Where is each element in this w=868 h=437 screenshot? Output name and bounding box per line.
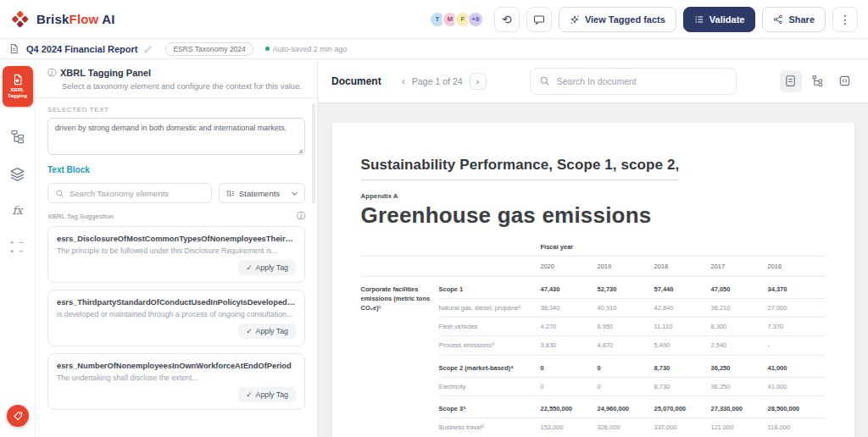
table-cell: Fleet vehicles [439,318,541,336]
table-cell: 121,000 [711,418,768,437]
table-cell: Scope 2 (market-based)⁴ [439,355,541,377]
page-indicator: Page 1 of 24 [412,76,463,86]
layers-icon[interactable] [9,166,25,182]
table-cell: 27,330,000 [711,396,768,418]
table-cell: Scope 1 [439,276,541,298]
tag-fab-button[interactable] [7,405,29,427]
table-cell: 25,070,000 [654,396,711,418]
table-cell: Electricity [439,377,541,396]
taxonomy-search-input[interactable] [70,189,204,198]
document-file-icon [8,43,19,54]
share-label: Share [788,14,815,25]
share-icon [773,14,783,25]
sort-filter-icon [225,189,235,198]
avatar-stack: TMF+8 [429,11,484,28]
suggestion-description: The principle to be followed under this … [57,246,296,255]
check-icon: ✓ [246,327,252,335]
apply-tag-button[interactable]: ✓ Apply Tag [238,260,296,275]
table-cell: Corporate facilities emissions (metric t… [361,276,439,437]
table-cell: Fiscal year [541,242,825,257]
suggestion-card[interactable]: esrs_DisclosureOfMostCommonTypesOfNonemp… [47,226,305,283]
apply-tag-button[interactable]: ✓ Apply Tag [238,387,296,402]
suggestion-section-label: XBRL Tag Suggestion [47,213,114,220]
search-icon [539,75,550,86]
document-search-input[interactable] [557,76,727,86]
kebab-icon: ⋮ [839,13,851,26]
taxonomy-search-box[interactable] [47,183,212,203]
table-cell [439,242,541,257]
apply-tag-button[interactable]: ✓ Apply Tag [238,324,296,339]
table-cell: 2019 [598,257,654,276]
table-cell: 0 [541,377,598,396]
table-cell: Scope 3⁵ [439,396,541,418]
suggestion-tag-name: esrs_NumberOfNonemployeesInOwnWorkforceA… [57,362,296,370]
view-tagged-facts-label: View Tagged facts [585,14,665,25]
rail-item-xbrl-tagging[interactable]: XBRLTagging [3,66,33,107]
validate-button[interactable]: Validate [683,7,756,32]
page-prev-button[interactable]: ‹ [402,75,405,86]
suggestion-card[interactable]: esrs_ThirdpartyStandardOfConductUsedInPo… [47,290,305,346]
comments-button[interactable] [526,7,552,32]
emissions-table: Fiscal year20202019201820172016Corporate… [361,242,825,437]
pager: ‹ Page 1 of 24 › [402,73,487,90]
structure-view-button[interactable] [807,70,829,92]
table-cell: 2017 [711,257,768,276]
table-cell: 47,430 [541,276,598,298]
formula-fx-icon[interactable]: fx [12,204,22,217]
table-cell: 38,340 [541,298,598,317]
sparkle-icon [570,14,580,25]
table-cell: 11,110 [654,318,711,336]
table-cell: 0 [598,355,654,377]
suggestion-description: The undertaking shall disclose the exten… [57,373,296,382]
viewer-label: Document [331,75,381,87]
chevron-down-icon [291,190,298,197]
table-cell [439,257,541,276]
table-cell: 47,050 [711,276,768,298]
table-cell: Natural gas, diesel, propane² [439,298,541,317]
table-cell: 57,440 [654,276,711,298]
share-button[interactable]: Share [762,7,826,32]
table-cell: 28,500,000 [768,396,825,418]
suggestion-info-icon[interactable]: ⓘ [297,212,305,220]
table-cell: 0 [598,377,654,396]
history-button[interactable]: ⟲ [494,7,520,32]
view-tagged-facts-button[interactable]: View Tagged facts [559,7,676,32]
taxonomy-tree-icon[interactable] [10,129,25,144]
apply-tag-label: Apply Tag [256,263,288,272]
table-cell: 41,000 [768,377,825,396]
table-cell: 34,370 [768,276,825,298]
apply-tag-label: Apply Tag [256,390,288,399]
code-view-button[interactable] [834,70,856,92]
panel-scrollbar[interactable] [312,103,315,203]
more-options-button[interactable]: ⋮ [832,7,858,32]
edit-title-button[interactable] [144,44,153,53]
selected-text-area[interactable]: driven by strong demand in both domestic… [47,118,305,155]
table-cell: 2018 [654,257,711,276]
rail-xbrl-label: XBRLTagging [8,87,27,99]
panel-title: XBRL Tagging Panel [60,68,151,78]
suggestion-card[interactable]: esrs_NumberOfNonemployeesInOwnWorkforceA… [47,353,305,410]
panel-divider [36,97,317,98]
math-operators-icon[interactable]: + −× ÷ [10,239,25,257]
table-cell: 6,950 [598,318,654,336]
check-icon: ✓ [246,390,252,399]
page-next-button[interactable]: › [470,73,487,90]
document-view-button[interactable] [780,70,802,92]
suggestion-description: is developed or maintained through a pro… [57,310,296,318]
page-heading: Sustainability Performance, Scope 1, sco… [361,157,680,180]
avatar[interactable]: +8 [467,11,484,28]
text-block-link[interactable]: Text Block [47,165,90,174]
panel-subtitle: Select a taxonomy element and configure … [62,81,305,91]
document-bar: Q4 2024 Financial Report ESRS Taxonomy 2… [0,39,868,59]
table-cell: 22,550,000 [541,396,598,418]
statements-dropdown[interactable]: Statements [219,183,305,203]
table-cell: 36,250 [711,355,768,377]
appendix-label: Appendix A [361,192,825,200]
table-cell: 52,730 [598,276,654,298]
search-icon [55,189,64,198]
table-cell: 40,910 [598,298,654,317]
table-cell: 2020 [541,257,598,276]
table-cell: Business travel⁶ [439,418,541,437]
table-cell: 326,000 [598,418,654,437]
document-search-box[interactable] [530,68,737,95]
